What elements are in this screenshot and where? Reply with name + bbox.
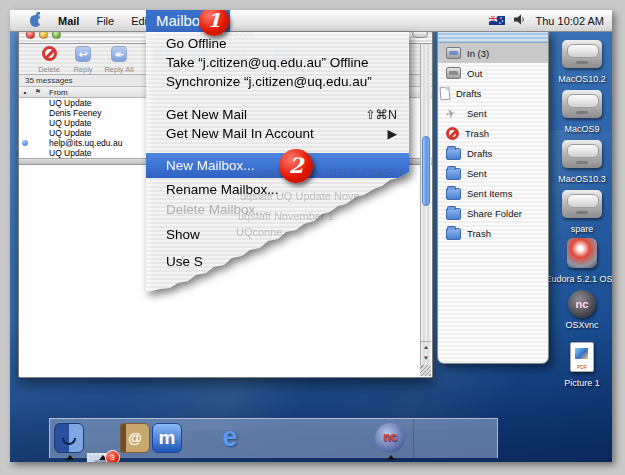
- window-scrollbar[interactable]: ▲▼: [420, 44, 431, 376]
- volume-icon[interactable]: [514, 14, 527, 27]
- desktop-icon-spare[interactable]: spare: [544, 190, 612, 234]
- desktop-icon-label: MacOS9: [544, 124, 612, 134]
- menu-file[interactable]: File: [96, 15, 114, 27]
- running-indicator: [66, 455, 74, 460]
- desktop-icon-label: spare: [544, 224, 612, 234]
- apple-menu-icon[interactable]: [30, 15, 41, 27]
- menu-mail[interactable]: Mail: [58, 15, 79, 27]
- menu-item-get-new-mail[interactable]: ⇧⌘N Get New Mail: [146, 106, 409, 124]
- blue-folder-icon: [446, 188, 461, 200]
- dock-separator: [413, 419, 414, 458]
- paper-plane-icon: ✈: [445, 106, 462, 121]
- mail-unread-badge: 3: [105, 450, 120, 462]
- blue-folder-icon: [446, 228, 461, 240]
- screenshot-frame: { "menubar": { "items": ["Mail", "File",…: [0, 0, 625, 475]
- hard-disk-icon[interactable]: [562, 90, 602, 118]
- menu-item-synchronize[interactable]: Synchronize “j.citizen@uq.edu.au”: [146, 73, 409, 91]
- osxvnc-dock-icon[interactable]: nc: [375, 423, 405, 453]
- desktop-icon-macos102[interactable]: MacOS10.2: [544, 40, 612, 84]
- blue-folder-icon: [446, 168, 461, 180]
- mailbox-folder-drafts[interactable]: Drafts: [438, 143, 548, 163]
- desktop-icon-label: OSXvnc: [544, 320, 612, 330]
- blue-folder-icon: [446, 208, 461, 220]
- eudora-app-icon[interactable]: [567, 238, 597, 268]
- osxvnc-app-icon[interactable]: nc: [568, 290, 596, 318]
- menu-item-show[interactable]: Show: [146, 226, 409, 244]
- scrollbar-thumb[interactable]: [422, 136, 430, 206]
- desktop-icon-osxvnc[interactable]: nc OSXvnc: [544, 290, 612, 330]
- menu-item-new-mailbox[interactable]: New Mailbox...: [146, 153, 409, 178]
- menubar-clock[interactable]: Thu 10:02 AM: [536, 15, 605, 27]
- desktop-icon-label: MacOS10.3: [544, 174, 612, 184]
- drafts-page-icon: [440, 86, 451, 100]
- mailbox-menu: Go Offline Take “j.citizen@uq.edu.au” Of…: [146, 32, 409, 294]
- flag-column-icon[interactable]: ⚑: [31, 88, 45, 96]
- trash-prohibit-icon: [446, 127, 459, 140]
- resize-grip[interactable]: [420, 365, 431, 376]
- desktop-icon-picture1[interactable]: Picture 1: [544, 342, 612, 388]
- menu-item-get-new-mail-in-account[interactable]: ▶ Get New Mail In Account: [146, 125, 409, 143]
- menu-item-rename-mailbox[interactable]: Rename Mailbox...: [146, 181, 409, 199]
- blue-folder-icon: [446, 148, 461, 160]
- mozilla-dock-icon[interactable]: m: [152, 423, 182, 453]
- address-book-dock-icon[interactable]: @: [120, 423, 150, 453]
- mailbox-drawer: In (3) Out Drafts ✈ Sent Trash Drafts Se…: [437, 30, 549, 364]
- delete-icon: [42, 46, 57, 61]
- menu-item-use-s[interactable]: Use S: [146, 253, 409, 271]
- hard-disk-icon[interactable]: [562, 40, 602, 68]
- read-column-header[interactable]: •: [19, 88, 31, 97]
- mailbox-sent[interactable]: ✈ Sent: [438, 103, 548, 123]
- drawer-header: [438, 31, 548, 43]
- desktop-icon-label: Eudora 5.2.1 OSX: [544, 274, 612, 284]
- dock: 3 @ m e nc @: [49, 418, 498, 458]
- reply-icon: ↩: [75, 46, 91, 62]
- running-indicator: [387, 455, 395, 460]
- reply-all-button[interactable]: ↞ Reply All: [97, 46, 141, 74]
- mailbox-folder-trash[interactable]: Trash: [438, 223, 548, 243]
- reply-all-icon: ↞: [111, 46, 127, 62]
- menubar: Mail File Edit View Thu 10:02 AM: [10, 10, 612, 32]
- inbox-icon: [446, 47, 461, 59]
- submenu-arrow-icon: ▶: [387, 125, 397, 143]
- menu-item-go-offline[interactable]: Go Offline: [146, 35, 409, 53]
- mailbox-folder-share[interactable]: Share Folder: [438, 203, 548, 223]
- desktop: MacOS10.2 MacOS9 MacOS10.3 spare Eudora …: [10, 10, 612, 462]
- desktop-icon-macos9[interactable]: MacOS9: [544, 90, 612, 134]
- desktop-icon-label: MacOS10.2: [544, 74, 612, 84]
- internet-explorer-dock-icon[interactable]: e: [215, 423, 245, 453]
- mailbox-trash[interactable]: Trash: [438, 123, 548, 143]
- from-column-header[interactable]: From: [45, 88, 68, 97]
- menu-item-delete-mailbox: Delete Mailbox...: [146, 201, 409, 219]
- desktop-icon-macos103[interactable]: MacOS10.3: [544, 140, 612, 184]
- shortcut-label: ⇧⌘N: [365, 106, 397, 124]
- finder-dock-icon[interactable]: [54, 423, 84, 453]
- outbox-icon: [446, 67, 461, 79]
- picture-file-icon[interactable]: [570, 342, 594, 372]
- mailbox-in[interactable]: In (3): [438, 43, 548, 63]
- hard-disk-icon[interactable]: [562, 190, 602, 218]
- australian-flag-icon[interactable]: [489, 15, 505, 27]
- menu-item-take-offline[interactable]: Take “j.citizen@uq.edu.au” Offline: [146, 54, 409, 72]
- mailbox-folder-sent[interactable]: Sent: [438, 163, 548, 183]
- step-2-badge: 2: [279, 149, 313, 183]
- desktop-icon-eudora[interactable]: Eudora 5.2.1 OSX: [544, 238, 612, 284]
- unread-dot-icon: [22, 140, 28, 146]
- scrollbar-arrows[interactable]: ▲▼: [421, 341, 431, 364]
- desktop-icon-label: Picture 1: [544, 378, 612, 388]
- mailbox-out[interactable]: Out: [438, 63, 548, 83]
- mailbox-folder-sent-items[interactable]: Sent Items: [438, 183, 548, 203]
- hard-disk-icon[interactable]: [562, 140, 602, 168]
- mailbox-drafts[interactable]: Drafts: [438, 83, 548, 103]
